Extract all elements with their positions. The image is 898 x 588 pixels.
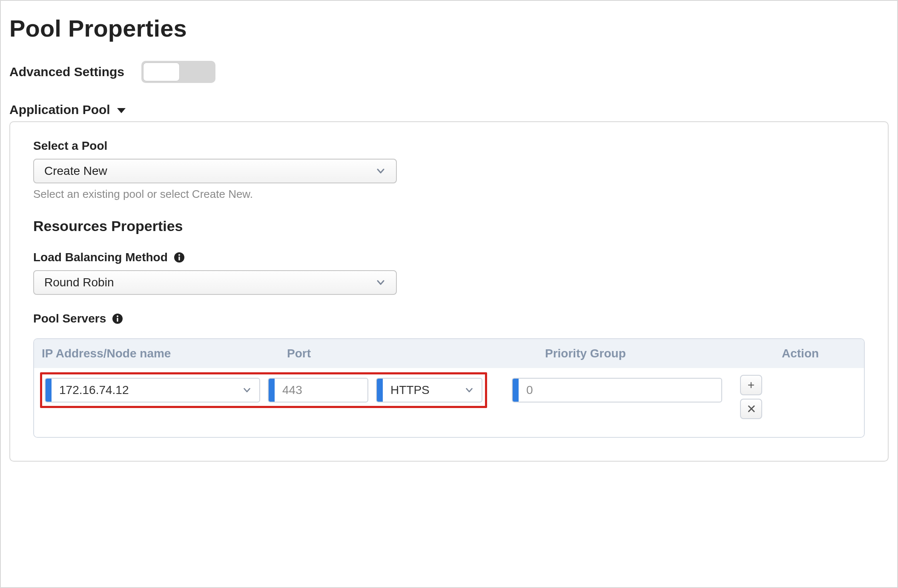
ip-value: 172.16.74.12 xyxy=(59,383,129,397)
advanced-settings-row: Advanced Settings xyxy=(9,61,889,83)
col-port: Port xyxy=(287,347,545,360)
blue-accent xyxy=(46,379,52,402)
select-pool-field: Select a Pool Create New Select an exist… xyxy=(33,139,865,201)
plus-icon: + xyxy=(748,378,755,392)
advanced-settings-label: Advanced Settings xyxy=(9,65,124,79)
page-title: Pool Properties xyxy=(9,14,889,42)
chevron-down-icon xyxy=(465,385,474,395)
col-ip: IP Address/Node name xyxy=(42,347,287,360)
lbm-dropdown[interactable]: Round Robin xyxy=(33,270,397,295)
row-actions: + ✕ xyxy=(740,375,762,419)
priority-value: 0 xyxy=(526,383,533,397)
resources-properties-title: Resources Properties xyxy=(33,218,865,234)
info-icon[interactable] xyxy=(112,313,123,324)
blue-accent xyxy=(269,379,275,402)
table-header: IP Address/Node name Port Priority Group… xyxy=(34,339,864,368)
select-pool-dropdown[interactable]: Create New xyxy=(33,159,397,183)
protocol-dropdown[interactable]: HTTPS xyxy=(376,378,482,402)
chevron-down-icon xyxy=(376,277,386,288)
chevron-down-icon xyxy=(376,166,386,176)
table-row: 172.16.74.12 443 xyxy=(34,368,864,437)
ip-node-dropdown[interactable]: 172.16.74.12 xyxy=(45,378,260,402)
application-pool-section-title: Application Pool xyxy=(9,103,110,117)
lbm-field: Load Balancing Method Round Robin xyxy=(33,251,865,295)
col-priority: Priority Group xyxy=(545,347,782,360)
svg-point-3 xyxy=(178,254,180,256)
select-pool-label: Select a Pool xyxy=(33,139,865,153)
svg-rect-5 xyxy=(117,318,118,322)
caret-down-icon xyxy=(116,107,126,114)
lbm-value: Round Robin xyxy=(44,276,114,289)
port-value: 443 xyxy=(282,383,302,397)
lbm-label: Load Balancing Method xyxy=(33,251,865,264)
svg-rect-2 xyxy=(178,257,180,260)
pool-servers-label-text: Pool Servers xyxy=(33,312,106,325)
blue-accent xyxy=(513,379,519,402)
blue-accent xyxy=(377,379,383,402)
application-pool-panel: Select a Pool Create New Select an exist… xyxy=(9,121,889,462)
info-icon[interactable] xyxy=(174,252,185,263)
select-pool-help: Select an existing pool or select Create… xyxy=(33,188,865,201)
lbm-label-text: Load Balancing Method xyxy=(33,251,168,264)
priority-input[interactable]: 0 xyxy=(512,378,722,402)
advanced-settings-toggle[interactable] xyxy=(141,61,215,83)
remove-row-button[interactable]: ✕ xyxy=(740,399,762,419)
col-action: Action xyxy=(782,347,856,360)
protocol-value: HTTPS xyxy=(390,383,430,397)
pool-servers-table: IP Address/Node name Port Priority Group… xyxy=(33,338,865,438)
chevron-down-icon xyxy=(242,385,252,395)
add-row-button[interactable]: + xyxy=(740,375,762,395)
svg-point-6 xyxy=(117,315,118,317)
svg-marker-0 xyxy=(117,108,126,113)
toggle-thumb xyxy=(143,63,180,81)
highlighted-row-section: 172.16.74.12 443 xyxy=(40,372,487,408)
pool-properties-page: Pool Properties Advanced Settings Applic… xyxy=(0,0,898,588)
close-icon: ✕ xyxy=(746,402,756,416)
port-input[interactable]: 443 xyxy=(268,378,368,402)
application-pool-section-header[interactable]: Application Pool xyxy=(9,103,889,117)
pool-servers-label: Pool Servers xyxy=(33,312,865,325)
select-pool-value: Create New xyxy=(44,164,107,178)
